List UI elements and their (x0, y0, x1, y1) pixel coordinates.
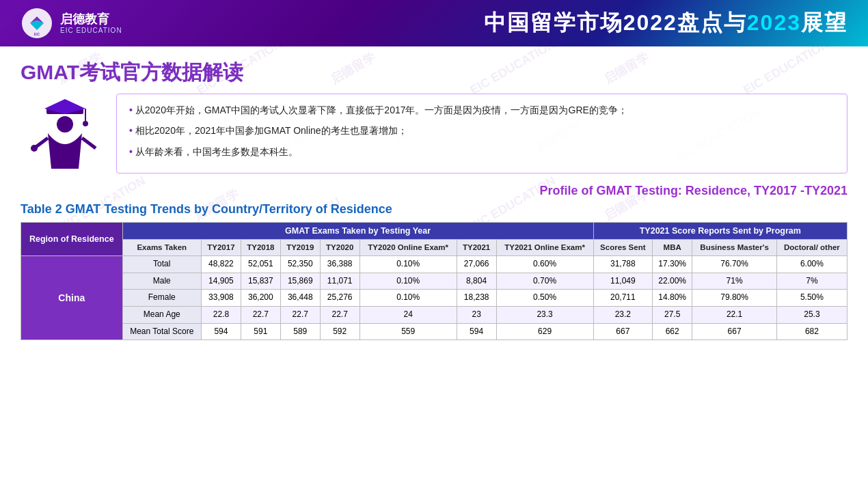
subheader-2: TY2018 (241, 240, 280, 256)
cell-3-ty2021: 23 (457, 306, 496, 323)
cell-0-business-masters: 76.70% (692, 256, 776, 273)
cell-2-scores-sent: 20,711 (593, 290, 652, 307)
cell-4-scores-sent: 667 (593, 323, 652, 340)
row-label-3: Mean Age (122, 306, 201, 323)
cell-0-ty2018: 52,051 (241, 256, 280, 273)
cell-0-doctoral: 6.00% (776, 256, 847, 273)
cell-2-ty2020-online: 0.10% (360, 290, 457, 307)
cell-1-ty2019: 15,869 (280, 273, 320, 290)
cell-1-ty2021-online: 0.70% (496, 273, 593, 290)
page-title: GMAT考试官方数据解读 (21, 59, 847, 87)
cell-4-business-masters: 667 (692, 323, 776, 340)
subheader-5: TY2020 Online Exam* (360, 240, 457, 256)
graduate-icon (21, 87, 109, 176)
cell-3-ty2020: 22.7 (320, 306, 360, 323)
table-row-1: Male14,90515,83715,86911,0710.10%8,8040.… (21, 273, 847, 290)
cell-2-mba: 14.80% (653, 290, 692, 307)
profile-subtitle: Profile of GMAT Testing: Residence, TY20… (21, 184, 847, 198)
china-label: China (21, 256, 123, 340)
cell-0-scores-sent: 31,788 (593, 256, 652, 273)
subheader-6: TY2021 (457, 240, 496, 256)
cell-1-ty2020-online: 0.10% (360, 273, 457, 290)
bullet-list: 从2020年开始，GMAT中国的考试人次显著下降，直接低于2017年。一方面是因… (129, 102, 835, 159)
logo-sub: EIC EDUCATION (60, 27, 122, 34)
cell-4-ty2021: 594 (457, 323, 496, 340)
svg-point-6 (83, 121, 88, 126)
cell-4-ty2020-online: 559 (360, 323, 457, 340)
cell-4-ty2018: 591 (241, 323, 280, 340)
logo-icon: EIC (21, 7, 53, 40)
svg-point-2 (57, 116, 73, 133)
subheader-row: Exams TakenTY2017TY2018TY2019TY2020TY202… (21, 240, 847, 256)
cell-2-ty2017: 33,908 (201, 290, 241, 307)
cell-3-ty2018: 22.7 (241, 306, 280, 323)
cell-0-mba: 17.30% (653, 256, 692, 273)
cell-2-ty2019: 36,448 (280, 290, 320, 307)
cell-2-ty2018: 36,200 (241, 290, 280, 307)
cell-4-mba: 662 (653, 323, 692, 340)
gmat-exams-header: GMAT Exams Taken by Testing Year (122, 223, 593, 240)
cell-3-scores-sent: 23.2 (593, 306, 652, 323)
table-row-4: Mean Total Score594591589592559594629667… (21, 323, 847, 340)
cell-3-ty2021-online: 23.3 (496, 306, 593, 323)
bullet-item-0: 从2020年开始，GMAT中国的考试人次显著下降，直接低于2017年。一方面是因… (129, 102, 835, 117)
header-title: 中国留学市场2022盘点与2023展望 (484, 8, 847, 38)
cell-1-mba: 22.00% (653, 273, 692, 290)
main-content: 启德留学 EIC EDUCATION 启德留学 EIC EDUCATION 启德… (0, 46, 868, 347)
cell-4-ty2020: 592 (320, 323, 360, 340)
row-label-0: Total (122, 256, 201, 273)
row-label-1: Male (122, 273, 201, 290)
region-header: Region of Residence (21, 223, 123, 256)
cell-2-ty2021: 18,238 (457, 290, 496, 307)
table-body: ChinaTotal48,82252,05152,35036,3880.10%2… (21, 256, 847, 340)
cell-1-ty2021: 8,804 (457, 273, 496, 290)
cell-2-ty2020: 25,276 (320, 290, 360, 307)
subheader-11: Doctoral/ other (776, 240, 847, 256)
subheader-0: Exams Taken (122, 240, 201, 256)
row-label-4: Mean Total Score (122, 323, 201, 340)
subheader-8: Scores Sent (593, 240, 652, 256)
content-area: 从2020年开始，GMAT中国的考试人次显著下降，直接低于2017年。一方面是因… (21, 94, 847, 176)
cell-4-doctoral: 682 (776, 323, 847, 340)
bullet-box: 从2020年开始，GMAT中国的考试人次显著下降，直接低于2017年。一方面是因… (116, 94, 847, 174)
cell-1-ty2017: 14,905 (201, 273, 241, 290)
subheader-7: TY2021 Online Exam* (496, 240, 593, 256)
table-row-2: Female33,90836,20036,44825,2760.10%18,23… (21, 290, 847, 307)
cell-4-ty2017: 594 (201, 323, 241, 340)
svg-text:EIC: EIC (34, 32, 40, 36)
cell-0-ty2021-online: 0.60% (496, 256, 593, 273)
cell-1-doctoral: 7% (776, 273, 847, 290)
logo-name: 启德教育 (60, 12, 122, 27)
subheader-4: TY2020 (320, 240, 360, 256)
cell-4-ty2019: 589 (280, 323, 320, 340)
cell-0-ty2017: 48,822 (201, 256, 241, 273)
bullet-item-1: 相比2020年，2021年中国参加GMAT Online的考生也显著增加； (129, 123, 835, 138)
table-row-0: ChinaTotal48,82252,05152,35036,3880.10%2… (21, 256, 847, 273)
cell-2-business-masters: 79.80% (692, 290, 776, 307)
cell-3-ty2017: 22.8 (201, 306, 241, 323)
subheader-1: TY2017 (201, 240, 241, 256)
score-reports-header: TY2021 Score Reports Sent by Program (593, 223, 847, 240)
table-title: Table 2 GMAT Testing Trends by Country/T… (21, 202, 847, 217)
cell-1-business-masters: 71% (692, 273, 776, 290)
cell-1-scores-sent: 11,049 (593, 273, 652, 290)
cell-0-ty2020: 36,388 (320, 256, 360, 273)
header: EIC 启德教育 EIC EDUCATION 中国留学市场2022盘点与2023… (0, 0, 868, 46)
subheader-10: Business Master's (692, 240, 776, 256)
logo-area: EIC 启德教育 EIC EDUCATION (21, 7, 122, 40)
cell-1-ty2018: 15,837 (241, 273, 280, 290)
bullet-item-2: 从年龄来看，中国考生多数是本科生。 (129, 144, 835, 159)
cell-0-ty2020-online: 0.10% (360, 256, 457, 273)
cell-3-business-masters: 22.1 (692, 306, 776, 323)
cell-3-doctoral: 25.3 (776, 306, 847, 323)
cell-3-ty2020-online: 24 (360, 306, 457, 323)
data-table: Region of Residence GMAT Exams Taken by … (21, 222, 847, 340)
svg-point-9 (31, 145, 38, 152)
cell-2-doctoral: 5.50% (776, 290, 847, 307)
svg-line-8 (82, 138, 96, 148)
cell-4-ty2021-online: 629 (496, 323, 593, 340)
cell-0-ty2021: 27,066 (457, 256, 496, 273)
cell-1-ty2020: 11,071 (320, 273, 360, 290)
cell-2-ty2021-online: 0.50% (496, 290, 593, 307)
cell-0-ty2019: 52,350 (280, 256, 320, 273)
